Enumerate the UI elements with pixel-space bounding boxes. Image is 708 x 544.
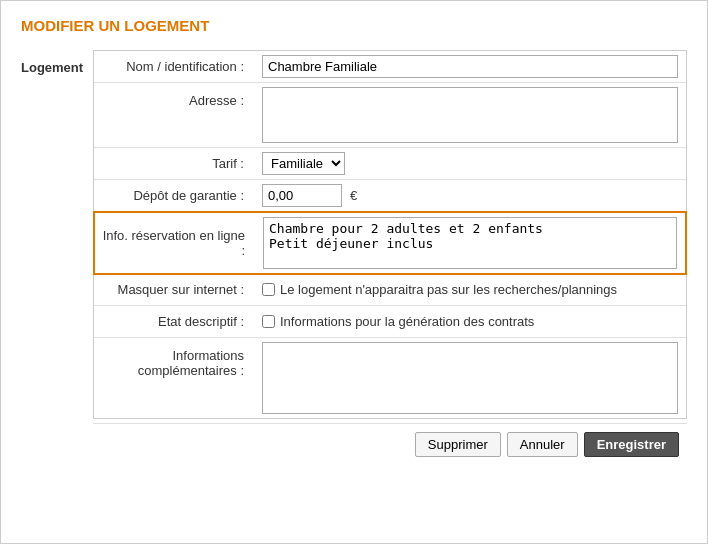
info-resa-row: Info. réservation en ligne : Chambre pou…: [93, 211, 687, 275]
infos-comp-row: Informations complémentaires :: [94, 338, 686, 418]
masquer-checkbox[interactable]: [262, 283, 275, 296]
nom-label: Nom / identification :: [94, 53, 254, 80]
nom-row: Nom / identification :: [94, 51, 686, 83]
euro-sign: €: [350, 188, 357, 203]
infos-comp-label: Informations complémentaires :: [94, 338, 254, 384]
masquer-checkbox-label[interactable]: Le logement n'apparaitra pas sur les rec…: [262, 282, 617, 297]
etat-content: Informations pour la génération des cont…: [254, 310, 686, 333]
depot-content: €: [254, 180, 686, 211]
nom-input[interactable]: [262, 55, 678, 78]
main-window: MODIFIER UN LOGEMENT Logement Nom / iden…: [0, 0, 708, 544]
info-resa-textarea[interactable]: Chambre pour 2 adultes et 2 enfants Peti…: [263, 217, 677, 269]
adresse-label: Adresse :: [94, 83, 254, 114]
supprimer-button[interactable]: Supprimer: [415, 432, 501, 457]
form-table: Nom / identification : Adresse : Tarif :: [93, 50, 687, 419]
form-outer: Logement Nom / identification : Adresse …: [21, 50, 687, 457]
tarif-content: Familiale Standard Suite: [254, 148, 686, 179]
masquer-label: Masquer sur internet :: [94, 276, 254, 303]
tarif-label: Tarif :: [94, 150, 254, 177]
etat-label: Etat descriptif :: [94, 308, 254, 335]
infos-comp-content: [254, 338, 686, 418]
infos-comp-textarea[interactable]: [262, 342, 678, 414]
masquer-checkbox-text: Le logement n'apparaitra pas sur les rec…: [280, 282, 617, 297]
etat-row: Etat descriptif : Informations pour la g…: [94, 306, 686, 338]
form-wrapper: Nom / identification : Adresse : Tarif :: [93, 50, 687, 457]
info-resa-label: Info. réservation en ligne :: [95, 222, 255, 264]
page-title: MODIFIER UN LOGEMENT: [21, 17, 687, 34]
adresse-content: [254, 83, 686, 147]
tarif-select[interactable]: Familiale Standard Suite: [262, 152, 345, 175]
depot-row: Dépôt de garantie : €: [94, 180, 686, 212]
tarif-row: Tarif : Familiale Standard Suite: [94, 148, 686, 180]
info-resa-content: Chambre pour 2 adultes et 2 enfants Peti…: [255, 213, 685, 273]
depot-input[interactable]: [262, 184, 342, 207]
masquer-content: Le logement n'apparaitra pas sur les rec…: [254, 278, 686, 301]
etat-checkbox[interactable]: [262, 315, 275, 328]
nom-content: [254, 51, 686, 82]
adresse-row: Adresse :: [94, 83, 686, 148]
etat-checkbox-label[interactable]: Informations pour la génération des cont…: [262, 314, 534, 329]
annuler-button[interactable]: Annuler: [507, 432, 578, 457]
etat-checkbox-text: Informations pour la génération des cont…: [280, 314, 534, 329]
footer-row: Supprimer Annuler Enregistrer: [93, 423, 687, 457]
enregistrer-button[interactable]: Enregistrer: [584, 432, 679, 457]
depot-label: Dépôt de garantie :: [94, 182, 254, 209]
adresse-textarea[interactable]: [262, 87, 678, 143]
masquer-row: Masquer sur internet : Le logement n'app…: [94, 274, 686, 306]
section-label: Logement: [21, 50, 93, 75]
